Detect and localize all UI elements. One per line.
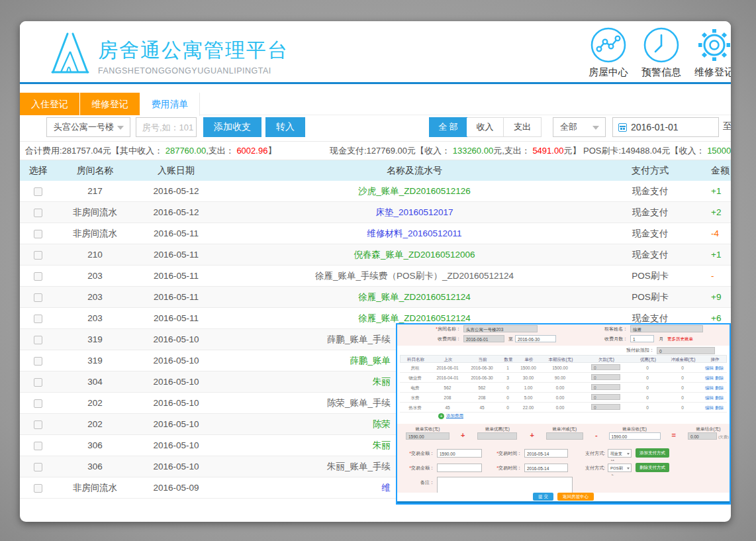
edit-link[interactable]: 编辑 <box>705 385 714 390</box>
edit-link[interactable]: 编辑 <box>705 405 714 410</box>
building-select[interactable]: 头宫公寓一号楼 <box>46 117 130 137</box>
row-checkbox[interactable] <box>34 251 42 260</box>
row-checkbox[interactable] <box>34 420 42 429</box>
date-cell: 2016-05-11 <box>134 308 218 328</box>
row-checkbox[interactable] <box>34 209 42 217</box>
pay-method-select[interactable]: 现金支付 <box>608 449 632 458</box>
import-button[interactable]: 转入 <box>265 117 305 137</box>
row-checkbox[interactable] <box>34 293 42 302</box>
trade-amount-input[interactable]: 1590.00 <box>437 449 482 458</box>
trade-amount-input[interactable] <box>437 464 482 472</box>
debt-input[interactable]: 0 <box>591 374 620 380</box>
bill-received-input[interactable]: 1590.00 <box>406 432 449 440</box>
tab-repair[interactable]: 维修登记 <box>80 93 140 115</box>
add-fee-link[interactable]: + 添加费用 <box>438 413 463 419</box>
tab-expense-list[interactable]: 费用清单 <box>140 93 200 116</box>
bill-link[interactable]: 倪春森_账单_ZD20160512006 <box>354 250 475 260</box>
delete-link[interactable]: 删除 <box>715 395 724 400</box>
bill-discount-input[interactable] <box>477 432 517 440</box>
bill-link[interactable]: 徐雁_账单_手续费（POS刷卡）_ZD20160512124 <box>315 271 514 281</box>
name-cell: 陈荣_账单_手续 <box>218 393 391 413</box>
row-checkbox[interactable] <box>34 357 42 366</box>
bill-link[interactable]: 朱丽_账单_手续 <box>327 462 391 471</box>
bill-link[interactable]: 陈荣 <box>373 419 391 429</box>
prepay-label: 预付款抵扣： <box>622 346 654 354</box>
tab-checkin[interactable]: 入住登记 <box>20 93 79 115</box>
payment-row-2: *交易金额： *交易时间： 2016-05-14 支付方式: POS刷卡 删除支… <box>397 461 730 475</box>
date-cell: 2016-05-10 <box>134 350 218 371</box>
bill-balance-input[interactable]: 0.00 <box>688 432 717 440</box>
delete-link[interactable]: 删除 <box>715 375 724 380</box>
return-house-center-button[interactable]: 返回房屋中心 <box>557 493 594 501</box>
period-from-input[interactable]: 2016-06-01 <box>463 335 504 342</box>
row-checkbox[interactable] <box>34 463 42 471</box>
delete-link[interactable]: 删除 <box>715 405 724 410</box>
row-checkbox[interactable] <box>34 230 42 238</box>
bill-link[interactable]: 薛鹏_账单 <box>350 356 391 366</box>
bill-link[interactable]: 薛鹏_账单_手续 <box>327 334 391 344</box>
bill-offset-input[interactable] <box>546 432 583 440</box>
filter-bar: 头宫公寓一号楼 添加收支 转入 全 部 收入 支出 全部 2016-01-01 … <box>20 117 731 138</box>
fee-cell: 0 <box>580 403 632 412</box>
bill-link[interactable]: 沙虎_账单_ZD20160512126 <box>358 186 471 196</box>
date-from-input[interactable]: 2016-01-01 <box>612 117 719 137</box>
prepay-input[interactable]: 0 <box>657 347 715 354</box>
chevron-down-icon <box>117 126 124 130</box>
column-name: 名称及流水号 <box>218 160 610 181</box>
bill-link[interactable]: 陈荣_账单_手续 <box>327 398 391 408</box>
segment-expense[interactable]: 支出 <box>504 118 541 136</box>
bill-link[interactable]: 床垫_20160512017 <box>375 207 453 217</box>
fee-cell: 0 <box>632 363 663 372</box>
bill-link[interactable]: 徐雁_账单_ZD20160512124 <box>358 313 471 323</box>
segment-all[interactable]: 全 部 <box>429 117 467 137</box>
select-cell <box>20 414 56 434</box>
edit-link[interactable]: 编辑 <box>705 395 714 400</box>
row-checkbox[interactable] <box>34 484 42 493</box>
history-bills-link[interactable]: 更多历史账单 <box>667 334 693 343</box>
nav-house-center[interactable]: 房屋中心 <box>582 26 635 79</box>
row-checkbox[interactable] <box>34 399 42 408</box>
delete-link[interactable]: 删除 <box>715 366 724 370</box>
fee-cell: 0 <box>580 383 632 392</box>
debt-input[interactable]: 0 <box>591 394 620 400</box>
edit-link[interactable]: 编辑 <box>705 366 714 370</box>
row-checkbox[interactable] <box>34 442 42 450</box>
months-input[interactable]: 1 <box>630 335 654 342</box>
pay-method-select[interactable]: POS刷卡 <box>608 464 632 472</box>
add-payment-button[interactable]: 添加支付方式 <box>636 448 669 458</box>
period-to-input[interactable]: 2016-06-30 <box>515 335 556 342</box>
amount-cell: +1 <box>690 244 731 265</box>
delete-link[interactable]: 删除 <box>715 385 724 390</box>
category-select[interactable]: 全部 <box>553 117 606 137</box>
row-checkbox[interactable] <box>34 272 42 281</box>
debt-input[interactable]: 0 <box>591 384 620 390</box>
nav-warning-info[interactable]: 预警信息 <box>635 26 688 79</box>
bill-link[interactable]: 维 <box>382 483 391 493</box>
trade-time-input[interactable]: 2016-05-14 <box>524 464 568 472</box>
bill-link[interactable]: 徐雁_账单_ZD20160512124 <box>358 292 471 302</box>
row-checkbox[interactable] <box>34 336 42 344</box>
trade-time-input[interactable]: 2016-05-14 <box>524 449 568 458</box>
room-number-input[interactable] <box>136 117 197 137</box>
delete-payment-button[interactable]: 删除支付方式 <box>636 463 669 472</box>
bill-due-input[interactable]: 1590.00 <box>609 432 661 440</box>
debt-input[interactable]: 0 <box>591 404 620 410</box>
row-checkbox[interactable] <box>34 315 42 323</box>
date-cell: 2016-05-10 <box>134 393 218 413</box>
fee-cell: 0 <box>499 393 516 402</box>
row-checkbox[interactable] <box>34 378 42 387</box>
room-name-input[interactable]: 头宫公寓一号楼203 <box>463 325 538 332</box>
submit-button[interactable]: 提 交 <box>533 493 553 501</box>
bill-link[interactable]: 朱丽 <box>373 377 391 387</box>
nav-repair-register[interactable]: 维修登记 <box>688 26 731 79</box>
bill-link[interactable]: 维修材料_20160512011 <box>367 228 461 238</box>
bill-link[interactable]: 朱丽 <box>373 440 391 450</box>
app-window: 房舍通公寓管理平台 FANGSHETONGGONGYUGUANLIPINGTAI <box>20 21 731 522</box>
tenant-name-input[interactable]: 徐雁 <box>630 325 703 332</box>
edit-link[interactable]: 编辑 <box>705 375 714 380</box>
row-checkbox[interactable] <box>34 187 42 196</box>
segment-income[interactable]: 收入 <box>467 118 504 136</box>
add-transaction-button[interactable]: 添加收支 <box>203 117 261 137</box>
debt-input[interactable]: 0 <box>591 364 620 370</box>
date-cell: 2016-05-10 <box>134 414 218 434</box>
